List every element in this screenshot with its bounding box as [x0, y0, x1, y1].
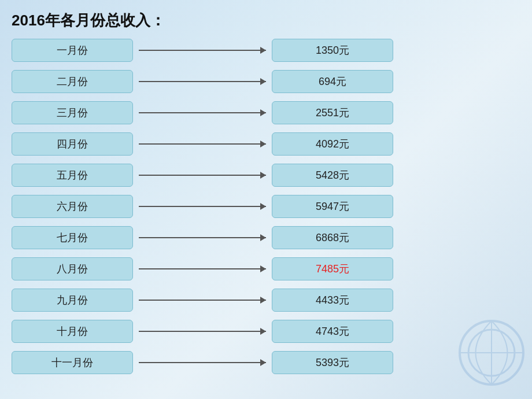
month-label: 五月份	[12, 164, 133, 187]
table-row: 六月份5947元	[12, 193, 520, 220]
arrow-icon	[133, 175, 272, 176]
arrow-icon	[133, 237, 272, 238]
arrow-icon	[133, 112, 272, 113]
amount-value: 694元	[272, 70, 393, 93]
table-row: 二月份694元	[12, 68, 520, 95]
amount-value: 5947元	[272, 195, 393, 218]
arrow-icon	[133, 81, 272, 82]
table-row: 一月份1350元	[12, 36, 520, 64]
amount-value: 5428元	[272, 164, 393, 187]
amount-value: 4433元	[272, 289, 393, 312]
amount-value: 7485元	[272, 257, 393, 280]
table-row: 十月份4743元	[12, 317, 520, 345]
month-label: 十月份	[12, 320, 133, 343]
amount-value: 2551元	[272, 101, 393, 124]
month-label: 七月份	[12, 226, 133, 249]
month-label: 八月份	[12, 257, 133, 280]
month-label: 十一月份	[12, 351, 133, 374]
amount-value: 4092元	[272, 132, 393, 156]
page-title: 2016年各月份总收入：	[0, 0, 532, 36]
arrow-icon	[133, 331, 272, 332]
arrow-icon	[133, 268, 272, 269]
table-row: 十一月份5393元	[12, 349, 520, 376]
table-row: 九月份4433元	[12, 286, 520, 314]
arrow-icon	[133, 143, 272, 145]
month-label: 四月份	[12, 132, 133, 156]
amount-value: 4743元	[272, 320, 393, 343]
month-label: 一月份	[12, 39, 133, 62]
arrow-icon	[133, 362, 272, 363]
arrow-icon	[133, 300, 272, 301]
table-row: 三月份2551元	[12, 99, 520, 127]
arrow-icon	[133, 206, 272, 207]
table-row: 五月份5428元	[12, 161, 520, 189]
table-row: 七月份6868元	[12, 224, 520, 252]
month-label: 九月份	[12, 289, 133, 312]
amount-value: 5393元	[272, 351, 393, 374]
month-label: 二月份	[12, 70, 133, 93]
data-rows-container: 一月份1350元二月份694元三月份2551元四月份4092元五月份5428元六…	[0, 36, 532, 376]
month-label: 六月份	[12, 195, 133, 218]
amount-value: 1350元	[272, 39, 393, 62]
table-row: 四月份4092元	[12, 130, 520, 158]
amount-value: 6868元	[272, 226, 393, 249]
arrow-icon	[133, 50, 272, 51]
month-label: 三月份	[12, 101, 133, 124]
table-row: 八月份7485元	[12, 255, 520, 283]
